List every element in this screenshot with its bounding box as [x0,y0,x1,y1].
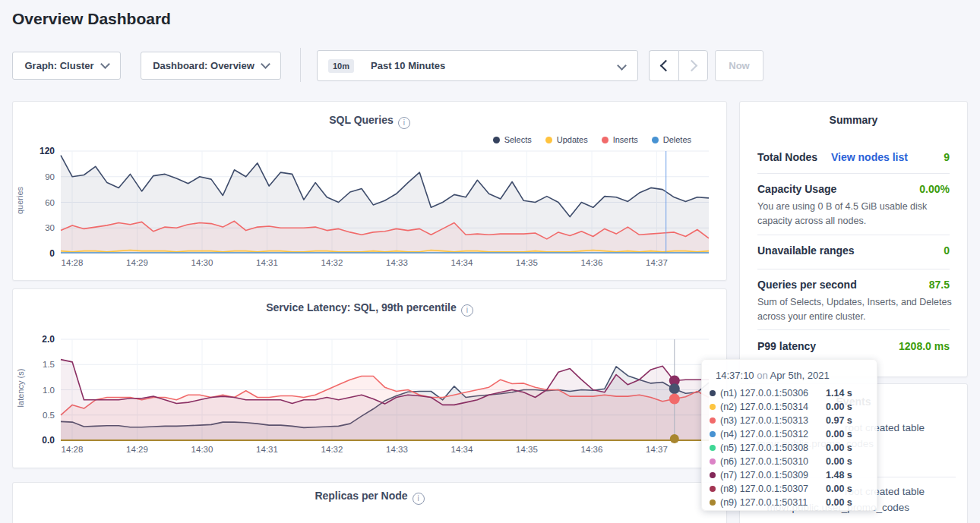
tooltip-node-rows: (n1) 127.0.0.1:503061.14 s(n2) 127.0.0.1… [702,386,877,509]
tooltip-row: (n6) 127.0.0.1:503100.00 s [702,455,877,468]
x-axis-tick-label: 14:31 [256,258,278,267]
tooltip-row: (n3) 127.0.0.1:503130.97 s [702,414,877,427]
node-color-dot-icon [710,390,716,396]
time-range-label: Past 10 Minutes [371,60,445,71]
x-axis-tick-label: 14:33 [386,258,408,267]
tooltip-time: 14:37:10 [716,370,754,381]
queries-per-second-value: 87.5 [874,279,950,291]
y-axis-tick-label: 0.0 [42,435,55,446]
chevron-right-icon [686,60,698,72]
dashboard-selector-dropdown[interactable]: Dashboard: Overview [141,52,281,80]
replicas-per-node-title: Replicas per Nodei [12,490,727,505]
hover-point-dot [669,393,680,404]
y-axis-tick-label: 60 [45,198,55,207]
tooltip-node-value: 1.14 s [826,388,852,399]
summary-heading: Summary [739,114,968,126]
x-axis-tick-label: 14:36 [581,445,603,454]
tooltip-node-address: (n2) 127.0.0.1:50314 [720,402,808,412]
x-axis-tick-label: 14:32 [321,445,343,454]
divider [757,235,950,235]
chevron-down-icon [261,59,270,69]
tooltip-node-value: 0.00 s [826,443,852,453]
x-axis-tick-label: 14:37 [646,445,668,454]
x-axis-tick-label: 14:33 [386,445,408,454]
node-color-dot-icon [710,445,716,451]
tooltip-node-value: 0.97 s [826,415,852,426]
dashboard-selector-label: Dashboard: Overview [153,60,254,71]
total-nodes-value: 9 [874,151,950,163]
chart-title-text: Replicas per Node [315,490,407,502]
x-axis-tick-label: 14:36 [581,258,603,267]
tooltip-row: (n4) 127.0.0.1:503120.00 s [702,427,877,441]
tooltip-row: (n9) 127.0.0.1:503110.00 s [702,496,877,509]
x-axis-tick-label: 14:34 [451,445,473,454]
tooltip-node-address: (n6) 127.0.0.1:50310 [720,456,808,467]
tooltip-node-address: (n1) 127.0.0.1:50306 [720,388,808,399]
chart-hover-tooltip: 14:37:10 on Apr 5th, 2021 (n1) 127.0.0.1… [701,359,877,511]
y-axis-tick-label: 30 [45,223,55,232]
prev-time-button[interactable] [649,50,678,81]
chevron-down-icon [100,59,110,69]
x-axis-tick-label: 14:35 [516,258,538,267]
y-axis-tick-label: 120 [40,146,55,156]
node-color-dot-icon [710,499,716,506]
node-color-dot-icon [710,404,716,410]
x-axis-tick-label: 14:32 [321,258,343,267]
graph-selector-label: Graph: Cluster [24,60,93,71]
tooltip-node-value: 1.48 s [826,470,852,480]
x-axis-tick-label: 14:29 [126,445,148,454]
tooltip-node-address: (n4) 127.0.0.1:50312 [720,429,808,440]
now-button[interactable]: Now [715,50,763,81]
tooltip-node-value: 0.00 s [826,429,852,440]
tooltip-node-address: (n3) 127.0.0.1:50313 [720,415,808,426]
tooltip-row: (n1) 127.0.0.1:503061.14 s [702,386,877,400]
hover-point-dot [669,383,680,394]
node-color-dot-icon [710,417,716,424]
divider [757,173,950,174]
p99-latency-value: 1208.0 ms [874,340,950,352]
divider [757,329,950,330]
next-time-button[interactable] [678,50,708,81]
time-range-dropdown[interactable]: 10m Past 10 Minutes [317,50,638,81]
tooltip-node-value: 0.00 s [826,456,852,467]
time-range-badge: 10m [328,59,354,73]
y-axis-tick-label: 0 [49,248,55,259]
summary-card [739,101,968,377]
total-nodes-label: Total Nodes [757,151,817,163]
tooltip-row: (n5) 127.0.0.1:503080.00 s [702,441,877,455]
graph-selector-dropdown[interactable]: Graph: Cluster [12,52,121,80]
chevron-down-icon [617,61,627,71]
x-axis-tick-label: 14:29 [126,258,148,267]
x-axis-tick-label: 14:28 [62,258,84,267]
tooltip-row: (n7) 127.0.0.1:503091.48 s [702,468,877,482]
x-axis-tick-label: 14:31 [256,445,278,454]
tooltip-row: (n2) 127.0.0.1:503140.00 s [702,400,877,414]
sql-queries-chart[interactable]: 030609012014:2814:2914:3014:3114:3214:33… [13,102,726,280]
queries-per-second-description: Sum of Selects, Updates, Inserts, and De… [757,295,953,324]
y-axis-tick-label: 1.5 [43,360,55,369]
tooltip-node-address: (n7) 127.0.0.1:50309 [720,470,808,480]
y-axis-tick-label: 0.5 [43,411,55,420]
tooltip-row: (n8) 127.0.0.1:503070.00 s [702,482,877,496]
service-latency-chart[interactable]: 0.00.51.01.52.014:2814:2914:3014:3114:32… [13,289,726,468]
capacity-usage-label: Capacity Usage [757,183,836,195]
info-icon[interactable]: i [413,493,425,505]
node-color-dot-icon [710,486,716,492]
tooltip-node-address: (n5) 127.0.0.1:50308 [720,443,808,453]
page-title: Overview Dashboard [12,10,171,28]
tooltip-node-value: 0.00 s [826,484,852,494]
node-color-dot-icon [710,431,716,437]
chevron-left-icon [659,60,672,72]
x-axis-tick-label: 14:30 [191,445,213,454]
x-axis-tick-label: 14:34 [451,258,473,267]
tooltip-timestamp: 14:37:10 on Apr 5th, 2021 [702,370,877,381]
unavailable-ranges-value: 0 [874,244,950,257]
tooltip-date: Apr 5th, 2021 [770,370,830,381]
y-axis-tick-label: 1.0 [43,386,55,395]
tooltip-node-value: 0.00 s [826,497,852,508]
x-axis-tick-label: 14:30 [191,258,213,267]
hover-point-dot [670,434,679,443]
toolbar-divider [300,48,301,82]
x-axis-tick-label: 14:37 [646,258,668,267]
time-nav-group [649,50,708,81]
